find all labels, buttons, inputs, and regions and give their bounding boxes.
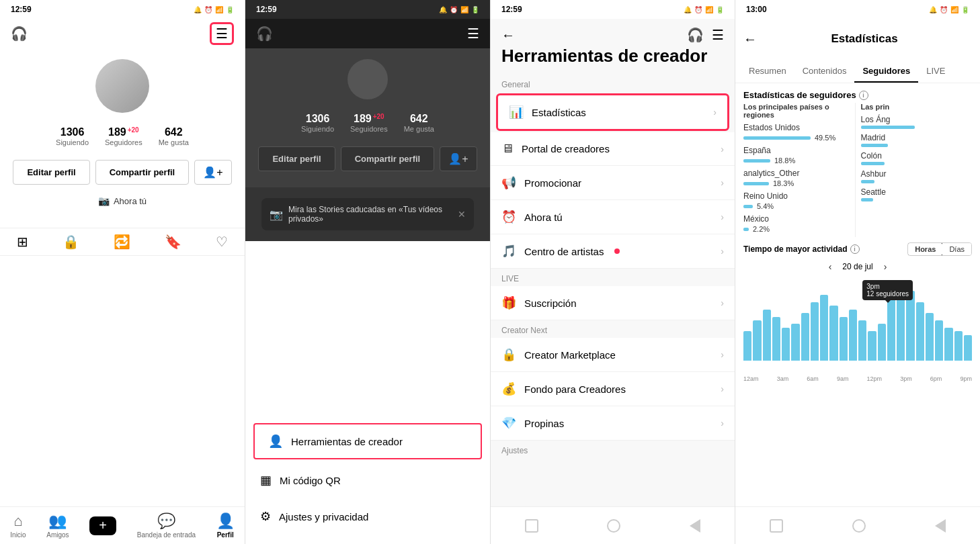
toggle-dias[interactable]: Días xyxy=(942,243,971,255)
nav-square-4[interactable] xyxy=(770,519,783,533)
tips-icon: 💎 xyxy=(501,416,516,430)
nav-back-4[interactable] xyxy=(935,519,946,533)
tool-left-fondo: 💰 Fondo para Creadores xyxy=(501,381,626,396)
back-button-4[interactable]: ← xyxy=(743,32,757,47)
tab-resumen[interactable]: Resumen xyxy=(741,59,794,83)
city-bar-madrid xyxy=(861,144,973,147)
edit-profile-button[interactable]: Editar perfil xyxy=(13,160,89,185)
stories-text: Mira las Stories caducadas en «Tus vídeo… xyxy=(288,205,458,224)
add-friend-button-2[interactable]: 👤+ xyxy=(440,146,477,171)
bar-mexico xyxy=(743,228,749,231)
nav-profile[interactable]: 👤 Perfil xyxy=(216,512,235,539)
nav-home[interactable]: ⌂ Inicio xyxy=(10,512,26,539)
bottom-nav-1: ⌂ Inicio 👥 Amigos + 💬 Bandeja de entrada… xyxy=(0,506,245,544)
drawer-creator-tools-label: Herramientas de creador xyxy=(291,436,403,447)
bookmark-tab[interactable]: 🔖 xyxy=(165,234,181,250)
activity-title-text: Tiempo de mayor actividad xyxy=(743,244,848,254)
tab-contenidos[interactable]: Contenidos xyxy=(794,59,855,83)
chart-bar-2 xyxy=(763,310,771,361)
portal-label: Portal de creadores xyxy=(522,143,610,154)
label-9pm: 9pm xyxy=(960,375,972,382)
repost-tab[interactable]: 🔁 xyxy=(114,234,130,250)
inbox-icon: 💬 xyxy=(157,512,175,530)
country-spain: España 18.8% xyxy=(743,146,855,165)
panel-stats: 13:00 🔔 ⏰ 📶 🔋 ← Estadísticas Resumen Con… xyxy=(735,0,980,544)
drawer-settings[interactable]: ⚙ Ajustes y privacidad xyxy=(245,498,490,535)
panel-profile: 12:59 🔔 ⏰ 📶 🔋 🎧 ☰ 1306 Siguiendo 189 +20 xyxy=(0,0,245,544)
country-other: analytics_Other 18.3% xyxy=(743,169,855,187)
nav-profile-label: Perfil xyxy=(217,531,234,539)
chart-bar-12 xyxy=(858,320,866,361)
hamburger-icon-3[interactable]: ☰ xyxy=(712,27,724,43)
likes-label: Me gusta xyxy=(159,138,189,146)
ahora-tool-label: Ahora tú xyxy=(524,212,563,223)
stories-icon: 📷 xyxy=(270,208,283,221)
stories-close[interactable]: ✕ xyxy=(458,209,466,220)
likes-stat-2: 642 Me gusta xyxy=(404,113,434,133)
city-name-ashburn: Ashbur xyxy=(861,169,973,179)
city-bar-la xyxy=(861,126,973,129)
tool-artistas[interactable]: 🎵 Centro de artistas › xyxy=(491,234,735,269)
home-icon: ⌂ xyxy=(13,512,22,530)
country-name-other: analytics_Other xyxy=(743,169,855,178)
lock-tab[interactable]: 🔒 xyxy=(63,234,79,250)
followers-stats-text: Estadísticas de seguidores xyxy=(743,90,856,100)
headphone-icon-2[interactable]: 🎧 xyxy=(256,26,273,42)
pct-uk: 5.4% xyxy=(757,202,774,210)
bar-usa xyxy=(743,136,811,140)
creator-tools-header: ← 🎧 ☰ xyxy=(491,19,735,46)
stats-header-row: ← Estadísticas xyxy=(735,19,980,59)
nav-circle-4[interactable] xyxy=(852,519,866,533)
hamburger-icon[interactable]: ☰ xyxy=(216,26,228,42)
next-date-btn[interactable]: › xyxy=(884,261,887,272)
toggle-horas[interactable]: Horas xyxy=(907,242,943,256)
tool-promocionar[interactable]: 📢 Promocionar › xyxy=(491,166,735,200)
drawer-qr-code[interactable]: ▦ Mi código QR xyxy=(245,462,490,498)
pct-other: 18.3% xyxy=(773,179,794,187)
tool-suscripcion[interactable]: 🎁 Suscripción › xyxy=(491,286,735,320)
nav-friends[interactable]: 👥 Amigos xyxy=(46,512,69,539)
edit-profile-button-2[interactable]: Editar perfil xyxy=(258,146,335,171)
cities-title: Las prin xyxy=(861,103,973,111)
chart-bar-15 xyxy=(887,298,895,361)
alarm-icon-3: ⏰ xyxy=(694,6,702,13)
tool-fondo[interactable]: 💰 Fondo para Creadores › xyxy=(491,372,735,406)
followers-stat-2: 189 +20 Seguidores xyxy=(350,113,388,133)
activity-section: Tiempo de mayor actividad i Horas Días ‹… xyxy=(735,237,980,280)
headphone-icon-3[interactable]: 🎧 xyxy=(687,27,704,43)
top-nav-2: 🎧 ☰ xyxy=(245,19,490,48)
tool-portal[interactable]: 🖥 Portal de creadores › xyxy=(491,132,735,166)
tab-seguidores[interactable]: Seguidores xyxy=(854,59,918,83)
plus-button[interactable]: + xyxy=(89,516,116,535)
cities-col: Las prin Los Áng Madrid Colón xyxy=(855,103,973,237)
avatar xyxy=(95,59,149,113)
share-profile-button-2[interactable]: Compartir perfil xyxy=(341,146,435,171)
label-12pm: 12pm xyxy=(867,375,883,382)
notification-icon: 🔔 xyxy=(194,6,202,13)
headphone-icon[interactable]: 🎧 xyxy=(11,26,28,42)
share-profile-button[interactable]: Compartir perfil xyxy=(95,160,190,185)
countries-col: Los principales países o regiones Estado… xyxy=(743,103,855,237)
signal-icon-2: 📶 xyxy=(460,6,468,13)
drawer-panel: 👤 Herramientas de creador ▦ Mi código QR… xyxy=(245,410,490,544)
back-button-3[interactable]: ← xyxy=(501,28,515,43)
nav-square-3[interactable] xyxy=(525,519,538,533)
nav-circle-3[interactable] xyxy=(607,519,620,533)
followers-badge-2: +20 xyxy=(373,113,384,120)
drawer-qr-label: Mi código QR xyxy=(280,475,341,486)
prev-date-btn[interactable]: ‹ xyxy=(829,261,832,272)
tab-live[interactable]: LIVE xyxy=(918,59,953,83)
hamburger-icon-2[interactable]: ☰ xyxy=(467,26,479,42)
menu-button-highlight[interactable]: ☰ xyxy=(210,22,234,45)
nav-back-3[interactable] xyxy=(690,519,700,533)
tool-marketplace[interactable]: 🔒 Creator Marketplace › xyxy=(491,338,735,372)
drawer-creator-tools[interactable]: 👤 Herramientas de creador xyxy=(253,423,482,459)
grid-tab[interactable]: ⊞ xyxy=(17,234,28,250)
city-colon: Colón xyxy=(861,151,973,165)
tool-propinas[interactable]: 💎 Propinas › xyxy=(491,406,735,441)
tool-estadisticas[interactable]: 📊 Estadísticas › xyxy=(496,93,729,131)
add-friend-button[interactable]: 👤+ xyxy=(194,160,231,185)
nav-inbox[interactable]: 💬 Bandeja de entrada xyxy=(137,512,196,539)
heart-tab[interactable]: ♡ xyxy=(216,234,228,250)
tool-ahora[interactable]: ⏰ Ahora tú › xyxy=(491,200,735,234)
